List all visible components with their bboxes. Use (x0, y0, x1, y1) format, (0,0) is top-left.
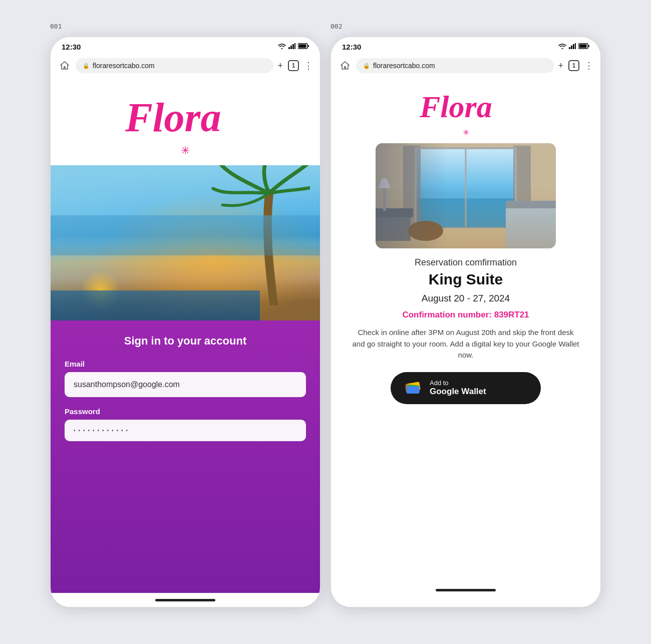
url-text-2: floraresortcabo.com (373, 62, 435, 70)
svg-rect-25 (376, 228, 556, 248)
url-text-1: floraresortcabo.com (93, 62, 155, 70)
logo-section-2: Flora ✳ (346, 77, 585, 143)
signal-icon-2 (569, 42, 576, 51)
google-wallet-icon (405, 379, 423, 397)
home-bar-2 (436, 589, 496, 591)
signin-title: Sign in to your account (65, 335, 306, 348)
email-input[interactable] (65, 372, 306, 397)
home-button-1[interactable] (58, 59, 72, 73)
browser-actions-2: + 1 ⋮ (558, 60, 593, 71)
svg-rect-37 (407, 386, 420, 393)
svg-rect-3 (294, 43, 295, 49)
status-time-2: 12:30 (342, 43, 361, 51)
flora-logo-1: Flora (120, 92, 250, 143)
checkin-instructions: Check in online after 3PM on August 20th… (346, 327, 585, 361)
phone-1: 12:30 🔒 (50, 37, 320, 607)
svg-rect-14 (588, 45, 589, 47)
svg-rect-21 (403, 146, 421, 228)
home-button-2[interactable] (338, 59, 352, 73)
logo-asterisk-1: ✳ (181, 144, 190, 157)
status-bar-2: 12:30 (331, 37, 600, 54)
svg-rect-29 (376, 208, 413, 217)
svg-marker-32 (378, 178, 391, 188)
confirmation-number: Confirmation number: 839RT21 (402, 310, 529, 320)
svg-rect-16 (376, 143, 556, 248)
svg-rect-23 (416, 148, 516, 228)
lock-icon-1: 🔒 (83, 63, 90, 69)
logo-section-1: Flora ✳ (51, 77, 320, 165)
email-label: Email (65, 360, 306, 368)
screen1-label: 001 (50, 23, 62, 30)
svg-rect-10 (573, 44, 574, 49)
svg-rect-19 (416, 188, 516, 198)
svg-rect-28 (376, 213, 411, 241)
room-type: King Suite (429, 271, 503, 288)
battery-icon-1 (298, 42, 309, 51)
browser-actions-1: + 1 ⋮ (277, 60, 313, 71)
status-icons-1 (278, 42, 309, 51)
svg-rect-9 (571, 46, 572, 49)
new-tab-button-2[interactable]: + (558, 61, 563, 71)
tabs-button-1[interactable]: 1 (288, 60, 299, 71)
beach-image-1 (51, 165, 320, 320)
svg-rect-20 (416, 148, 516, 193)
new-tab-button-1[interactable]: + (277, 61, 283, 71)
reservation-dates: August 20 - 27, 2024 (422, 293, 510, 304)
url-bar-1[interactable]: 🔒 floraresortcabo.com (76, 58, 273, 73)
svg-rect-0 (288, 47, 290, 49)
password-label: Password (65, 407, 306, 416)
svg-rect-5 (299, 45, 306, 48)
wallet-line2: Google Wallet (430, 387, 486, 397)
wifi-icon-2 (558, 42, 566, 51)
phone2-main-content: Flora ✳ (331, 77, 600, 607)
home-indicator-2 (346, 583, 585, 597)
svg-rect-1 (290, 46, 292, 49)
tabs-button-2[interactable]: 1 (568, 60, 579, 71)
screen2-label: 002 (331, 23, 342, 30)
status-icons-2 (558, 42, 589, 51)
svg-rect-8 (569, 47, 570, 49)
lock-icon-2: 🔒 (363, 63, 370, 69)
svg-text:Flora: Flora (419, 90, 492, 122)
more-button-1[interactable]: ⋮ (304, 60, 313, 71)
browser-bar-1: 🔒 floraresortcabo.com + 1 ⋮ (51, 54, 320, 77)
browser-bar-2: 🔒 floraresortcabo.com + 1 ⋮ (331, 54, 600, 77)
svg-rect-17 (416, 148, 516, 228)
battery-icon-2 (578, 42, 589, 51)
reservation-title: Reservation comfirmation (415, 257, 517, 268)
url-bar-2[interactable]: 🔒 floraresortcabo.com (356, 58, 554, 73)
logo-asterisk-2: ✳ (463, 128, 469, 137)
home-indicator-1 (51, 593, 320, 607)
wallet-button-text: Add to Google Wallet (430, 379, 486, 397)
home-bar-1 (155, 599, 215, 601)
svg-rect-11 (575, 43, 576, 49)
password-input[interactable] (65, 420, 306, 441)
room-image (376, 143, 556, 248)
svg-rect-26 (506, 203, 556, 248)
phone1-main-content: Flora ✳ (51, 77, 320, 593)
wifi-icon-1 (278, 42, 286, 51)
svg-rect-18 (416, 193, 516, 228)
svg-rect-13 (579, 45, 587, 48)
svg-rect-31 (383, 188, 386, 211)
wallet-line1: Add to (430, 379, 486, 387)
phone-2: 12:30 🔒 (331, 37, 601, 607)
svg-text:Flora: Flora (125, 95, 221, 137)
status-bar-1: 12:30 (51, 37, 320, 54)
status-time-1: 12:30 (62, 43, 81, 51)
flora-logo-2: Flora (416, 87, 516, 127)
svg-rect-6 (308, 45, 309, 47)
add-to-google-wallet-button[interactable]: Add to Google Wallet (391, 372, 541, 404)
svg-rect-27 (506, 201, 556, 208)
svg-point-30 (408, 221, 443, 241)
more-button-2[interactable]: ⋮ (584, 60, 593, 71)
signal-icon-1 (288, 42, 295, 51)
signin-section: Sign in to your account Email Password (51, 320, 320, 593)
svg-rect-22 (513, 146, 531, 228)
svg-rect-2 (292, 44, 294, 49)
